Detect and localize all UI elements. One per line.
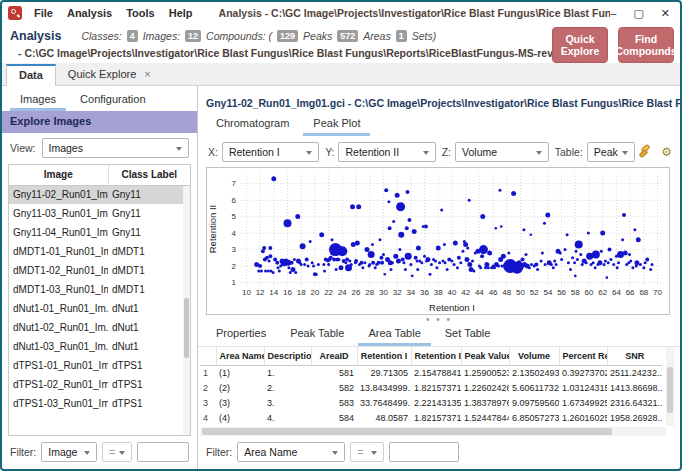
list-item[interactable]: Gny11-04_Run01_Im...Gny11 <box>9 223 190 242</box>
find-compounds-button[interactable]: Find Compounds <box>618 27 674 63</box>
svg-text:30: 30 <box>379 288 388 297</box>
column-header-class-label[interactable]: Class Label <box>108 165 190 185</box>
data-point <box>541 251 544 254</box>
splitter-handle[interactable]: • • • <box>198 315 680 325</box>
data-point <box>312 265 315 268</box>
area-column-header[interactable]: Area Name <box>216 347 264 365</box>
filter-operator-select[interactable]: = <box>102 442 132 462</box>
list-item[interactable]: dTPS1-02_Run01_Im...dTPS1 <box>9 375 190 394</box>
area-column-header[interactable]: Retention II <box>411 347 461 365</box>
area-filter-operator-value: = <box>357 446 363 458</box>
tab-images[interactable]: Images <box>10 91 66 111</box>
tab-area-table[interactable]: Area Table <box>358 325 430 346</box>
table-row[interactable]: 3(3)3.58333.7648499...2.22143135...1.383… <box>200 395 662 410</box>
tab-properties[interactable]: Properties <box>206 325 276 346</box>
chevron-down-icon <box>176 147 182 151</box>
plot-style-icon[interactable] <box>639 146 651 158</box>
tab-peak-plot[interactable]: Peak Plot <box>303 115 370 136</box>
list-item[interactable]: Gny11-03_Run01_Im...Gny11 <box>9 204 190 223</box>
data-point <box>416 245 421 250</box>
x-axis-select[interactable]: Retention I <box>222 142 319 162</box>
list-item[interactable]: Gny11-02_Run01_Im...Gny11 <box>9 185 190 204</box>
list-item[interactable]: dMDT1-02_Run01_Im...dMDT1 <box>9 261 190 280</box>
y-axis-select[interactable]: Retention II <box>338 142 435 162</box>
tab-data[interactable]: Data <box>6 64 56 86</box>
areas-badge: 1 <box>396 30 407 42</box>
maximize-icon[interactable]: ▢ <box>633 7 643 20</box>
menu-tools[interactable]: Tools <box>126 7 155 19</box>
list-item[interactable]: dTPS1-01_Run01_Im...dTPS1 <box>9 356 190 375</box>
data-point <box>405 253 412 260</box>
data-point <box>393 254 398 259</box>
list-item[interactable]: dNut1-02_Run01_Im...dNut1 <box>9 318 190 337</box>
data-point <box>528 266 531 269</box>
filter-value-input[interactable] <box>137 442 189 462</box>
list-item[interactable]: dNut1-01_Run01_Im...dNut1 <box>9 299 190 318</box>
view-select[interactable]: Images <box>42 138 190 158</box>
list-item[interactable]: dNut1-03_Run01_Im...dNut1 <box>9 337 190 356</box>
tab-set-table[interactable]: Set Table <box>435 325 501 346</box>
filter-field-select[interactable]: Image <box>41 442 97 462</box>
data-point <box>388 226 392 230</box>
table-row[interactable]: 1(1)1.58129.713052.15478841...1.25900523… <box>200 365 662 380</box>
area-column-header[interactable] <box>200 347 216 365</box>
data-point <box>609 258 612 261</box>
area-filter-field-select[interactable]: Area Name <box>237 442 345 462</box>
data-point <box>414 256 418 260</box>
close-icon[interactable]: ✕ <box>661 7 670 20</box>
z-axis-select[interactable]: Volume <box>455 142 549 162</box>
tab-peak-table[interactable]: Peak Table <box>280 325 354 346</box>
area-column-header[interactable]: SNR <box>607 347 662 365</box>
tab-chromatogram[interactable]: Chromatogram <box>206 115 299 136</box>
table-row[interactable]: 4(4)4.58448.05871.82157371...1.52447844.… <box>200 410 662 425</box>
data-point <box>335 268 338 271</box>
area-filter-value-input[interactable] <box>389 442 459 462</box>
data-point <box>420 261 423 264</box>
area-column-header[interactable]: Description <box>264 347 311 365</box>
data-point <box>501 254 506 259</box>
list-item[interactable]: dTPS1-03_Run01_Im...dTPS1 <box>9 394 190 413</box>
area-table-hscrollbar[interactable] <box>200 427 666 436</box>
list-item[interactable]: dMDT1-03_Run01_Im...dMDT1 <box>9 280 190 299</box>
data-point <box>634 260 639 265</box>
svg-text:62: 62 <box>598 288 607 297</box>
explore-images-header: Explore Images <box>2 111 197 133</box>
area-column-header[interactable]: Percent Re... <box>559 347 607 365</box>
data-point <box>423 255 426 258</box>
area-column-header[interactable]: AreaID <box>311 347 357 365</box>
data-point <box>258 264 262 268</box>
area-column-header[interactable]: Volume <box>509 347 559 365</box>
menu-analysis[interactable]: Analysis <box>67 7 112 19</box>
area-column-header[interactable]: Peak Value <box>461 347 509 365</box>
column-header-image[interactable]: Image <box>9 165 108 185</box>
image-list-scrollbar[interactable] <box>183 186 190 435</box>
svg-text:22: 22 <box>324 288 333 297</box>
images-badge: 12 <box>185 30 201 42</box>
data-point <box>466 246 469 249</box>
peak-plot[interactable]: 1012141618202224262830323436384042444648… <box>206 167 670 315</box>
menu-file[interactable]: File <box>34 7 53 19</box>
area-filter-operator-select[interactable]: = <box>350 442 384 462</box>
data-point <box>379 238 382 241</box>
table-select[interactable]: Peak <box>587 142 635 162</box>
tab-close-icon[interactable]: × <box>144 68 150 80</box>
data-point <box>472 270 475 273</box>
data-point <box>644 261 647 264</box>
data-point <box>360 261 364 265</box>
quick-explore-button[interactable]: Quick Explore <box>552 27 608 63</box>
data-point <box>424 225 428 229</box>
data-point <box>411 275 414 278</box>
list-item[interactable]: dMDT1-01_Run01_Im...dMDT1 <box>9 242 190 261</box>
table-row[interactable]: 2(2)2.58213.8434999...1.82157371...1.226… <box>200 380 662 395</box>
minimize-icon[interactable]: – <box>610 7 616 20</box>
area-column-header[interactable]: Retention I <box>357 347 411 365</box>
image-file-path: Gny11-02_Run01_Img01.gci - C:\GC Image\P… <box>198 86 680 111</box>
data-point <box>267 270 270 273</box>
gear-icon[interactable]: ⚙ <box>661 146 672 158</box>
tab-configuration[interactable]: Configuration <box>70 91 155 111</box>
peaks-badge: 572 <box>337 30 358 42</box>
menu-help[interactable]: Help <box>169 7 193 19</box>
data-point <box>348 268 351 271</box>
area-table-scrollbar[interactable] <box>666 347 674 426</box>
tab-quick-explore[interactable]: Quick Explore × <box>56 64 163 85</box>
